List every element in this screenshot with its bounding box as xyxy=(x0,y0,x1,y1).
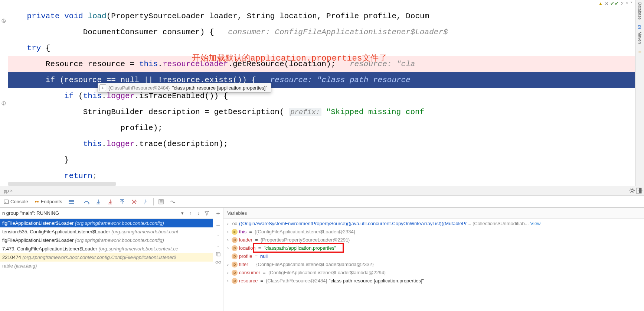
frame-row[interactable]: 2210474 (org.springframework.boot.contex… xyxy=(0,253,213,262)
param-hint: prefix: xyxy=(289,108,321,116)
step-out-icon[interactable] xyxy=(118,197,127,206)
run-to-cursor-icon[interactable]: I xyxy=(141,197,150,206)
inline-hint: consumer: ConfigFileApplicationListener$… xyxy=(228,28,448,36)
code-line[interactable]: return; xyxy=(8,168,635,184)
debug-tool-window: pp × — Console Endpoints I xyxy=(0,186,644,311)
frame-row[interactable]: 7:479, ConfigFileApplicationListener$Loa… xyxy=(0,244,213,253)
horizontal-scrollbar[interactable] xyxy=(8,182,116,186)
override-marker-icon[interactable] xyxy=(1,100,7,106)
step-over-icon[interactable] xyxy=(82,197,91,206)
debug-run-tab[interactable]: pp × xyxy=(1,188,15,194)
override-marker-icon[interactable] xyxy=(1,18,7,24)
database-tab[interactable]: Database xyxy=(637,0,643,22)
console-tab[interactable]: Console xyxy=(2,197,30,206)
code-line[interactable]: private void load(PropertySourceLoader l… xyxy=(8,8,635,24)
warning-count[interactable]: 8 xyxy=(605,1,608,6)
param-icon: p xyxy=(232,253,238,259)
code-editor[interactable]: private void load(PropertySourceLoader l… xyxy=(0,8,635,186)
variables-pane: Variables › oo ((OriginAwareSystemEnviro… xyxy=(223,208,644,311)
variable-row[interactable]: › p location= "classpath:/application.pr… xyxy=(223,244,644,252)
expand-arrow-icon[interactable]: › xyxy=(226,277,230,285)
svg-point-2 xyxy=(631,189,633,192)
settings-icon[interactable] xyxy=(629,188,635,194)
nav-up-icon[interactable]: ^ xyxy=(626,1,628,6)
svg-point-13 xyxy=(37,201,39,203)
code-content[interactable]: private void load(PropertySourceLoader l… xyxy=(8,8,635,186)
filter-frames-icon[interactable] xyxy=(203,210,210,217)
variable-row[interactable]: › p loader= {PropertiesPropertySourceLoa… xyxy=(223,236,644,244)
svg-text:I: I xyxy=(144,202,145,205)
evaluate-icon[interactable] xyxy=(157,197,166,206)
nav-down-icon[interactable]: ˅ xyxy=(630,1,633,6)
code-line[interactable]: profile); xyxy=(8,120,635,136)
force-step-into-icon[interactable] xyxy=(106,197,115,206)
check-icon: ✔ xyxy=(610,1,614,6)
frames-pane: n group "main": RUNNING ▾ ↑ ↓ figFileApp… xyxy=(0,208,213,311)
debug-tab-bar: pp × — xyxy=(0,186,644,196)
code-line[interactable]: DocumentConsumer consumer) { consumer: C… xyxy=(8,24,635,40)
prev-frame-icon[interactable]: ↑ xyxy=(187,210,194,217)
frame-row[interactable]: rable (java.lang) xyxy=(0,262,213,270)
view-link[interactable]: View xyxy=(530,220,541,228)
maven-icon: m xyxy=(637,25,643,29)
watch-up-icon[interactable]: ↑ xyxy=(217,233,219,239)
code-line[interactable]: this.logger.trace(description); xyxy=(8,136,635,152)
variables-header: Variables xyxy=(223,208,644,219)
param-icon: p xyxy=(232,237,238,243)
step-into-icon[interactable] xyxy=(94,197,103,206)
variable-row[interactable]: › p resource= {ClassPathResource@2484} "… xyxy=(223,277,644,285)
trace-icon[interactable] xyxy=(169,197,177,206)
editor-gutter[interactable] xyxy=(0,8,8,186)
variable-row[interactable]: › ≡ this= {{ConfigFileApplicationListene… xyxy=(223,228,644,236)
expand-arrow-icon[interactable]: › xyxy=(226,236,230,244)
expand-arrow-icon[interactable]: › xyxy=(226,244,230,252)
threads-icon[interactable] xyxy=(67,197,76,206)
variable-row[interactable]: › oo ((OriginAwareSystemEnvironmentPrope… xyxy=(223,220,644,228)
inline-hint: resource: "class path resource xyxy=(270,76,411,84)
code-line[interactable]: StringBuilder description = getDescripti… xyxy=(8,104,635,120)
next-frame-icon[interactable]: ↓ xyxy=(195,210,202,217)
param-icon: p xyxy=(232,270,238,276)
svg-line-10 xyxy=(634,189,634,189)
expand-icon[interactable]: + xyxy=(99,84,106,91)
svg-rect-32 xyxy=(639,188,641,193)
param-icon: p xyxy=(232,245,238,251)
variable-row[interactable]: › p filter= {ConfigFileApplicationListen… xyxy=(223,260,644,269)
sidebar-marker-icon: ≡ xyxy=(638,49,641,55)
frames-list[interactable]: figFileApplicationListener$Loader (org.s… xyxy=(0,219,213,311)
new-watch-icon[interactable]: + xyxy=(216,210,220,218)
variable-row[interactable]: › p consumer= {ConfigFileApplicationList… xyxy=(223,269,644,277)
svg-line-7 xyxy=(630,189,631,189)
glasses-icon[interactable] xyxy=(215,260,221,264)
variables-tree[interactable]: › oo ((OriginAwareSystemEnvironmentPrope… xyxy=(223,219,644,311)
param-icon: p xyxy=(232,262,238,268)
svg-point-35 xyxy=(216,261,218,263)
close-icon[interactable]: × xyxy=(10,188,13,194)
field-icon: ≡ xyxy=(232,229,238,235)
drop-frame-icon[interactable] xyxy=(130,197,138,206)
remove-watch-icon[interactable]: − xyxy=(216,221,220,229)
expand-arrow-icon[interactable]: › xyxy=(226,228,230,236)
layout-icon[interactable] xyxy=(636,188,642,194)
param-icon: p xyxy=(232,278,238,284)
code-line[interactable]: } xyxy=(8,152,635,168)
frame-row[interactable]: figFileApplicationListener$Loader (org.s… xyxy=(0,236,213,244)
expand-arrow-icon[interactable]: › xyxy=(226,220,230,228)
watch-icon: oo xyxy=(232,221,238,227)
expand-arrow-icon[interactable]: › xyxy=(226,269,230,277)
variable-row[interactable]: › p profile= null xyxy=(223,252,644,260)
editor-status-bar: ▲ 8 ✔✔ 2 ^ ˅ xyxy=(598,1,633,6)
thread-selector[interactable]: n group "main": RUNNING xyxy=(2,210,178,216)
frame-row[interactable]: figFileApplicationListener$Loader (org.s… xyxy=(0,219,213,227)
endpoints-tab[interactable]: Endpoints xyxy=(33,197,64,206)
dropdown-icon[interactable]: ▾ xyxy=(180,210,185,216)
watch-down-icon[interactable]: ↓ xyxy=(217,242,219,248)
debug-value-tooltip: + {ClassPathResource@2484} "class path r… xyxy=(98,83,271,93)
maven-tab[interactable]: Maven xyxy=(637,29,643,46)
svg-point-12 xyxy=(35,201,36,203)
expand-arrow-icon[interactable]: › xyxy=(226,260,230,269)
frame-row[interactable]: tension:535, ConfigFileApplicationListen… xyxy=(0,227,213,236)
check-count[interactable]: 2 xyxy=(621,1,624,6)
copy-icon[interactable] xyxy=(216,252,221,257)
svg-point-36 xyxy=(219,261,221,263)
